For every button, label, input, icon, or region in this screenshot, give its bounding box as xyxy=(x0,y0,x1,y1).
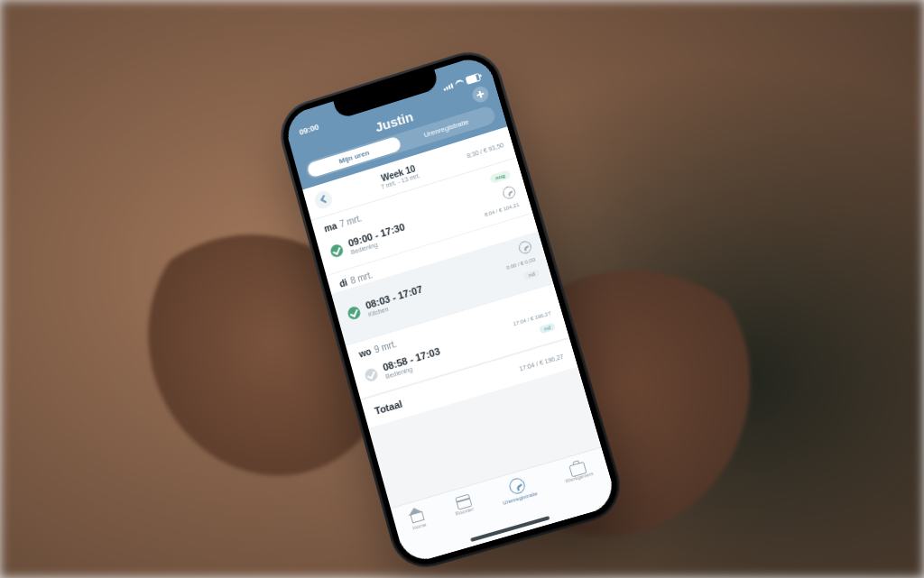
header-spacer xyxy=(300,146,316,151)
shift-summary: 8:04 / € 104,21 xyxy=(484,202,520,217)
check-icon xyxy=(329,243,345,259)
shift-badge: nd xyxy=(539,323,555,335)
total-value: 17:04 / € 196,27 xyxy=(518,353,564,372)
phone-frame: 09:00 Justin Mijn uren Urenregistratie xyxy=(273,43,628,575)
tab-uren[interactable]: Urenregistratie xyxy=(497,473,538,506)
calendar-icon xyxy=(455,494,472,510)
check-icon xyxy=(346,305,362,320)
clock-icon xyxy=(517,240,532,255)
clock-icon xyxy=(508,476,527,495)
tab-werkgevers[interactable]: Werkgevers xyxy=(560,457,594,484)
stage: 09:00 Justin Mijn uren Urenregistratie xyxy=(0,0,924,578)
tab-rooster[interactable]: Rooster xyxy=(450,492,474,517)
week-summary: 8:30 / € 93,50 xyxy=(466,142,504,159)
clock-icon xyxy=(502,185,517,200)
shift-badge: nd xyxy=(523,269,540,280)
home-icon xyxy=(406,506,426,525)
tab-label: Werkgevers xyxy=(565,471,595,484)
tab-label: Rooster xyxy=(455,506,475,517)
day-of-week: ma xyxy=(323,221,337,234)
tab-label: Home xyxy=(411,521,427,530)
briefcase-icon xyxy=(568,462,587,478)
check-icon xyxy=(364,367,379,382)
wifi-icon xyxy=(454,78,465,87)
tab-home[interactable]: Home xyxy=(406,506,428,531)
shift-summary: 0:00 / € 0,00 xyxy=(505,257,536,271)
tab-label: Urenregistratie xyxy=(503,491,539,506)
day-of-week: di xyxy=(338,278,348,289)
